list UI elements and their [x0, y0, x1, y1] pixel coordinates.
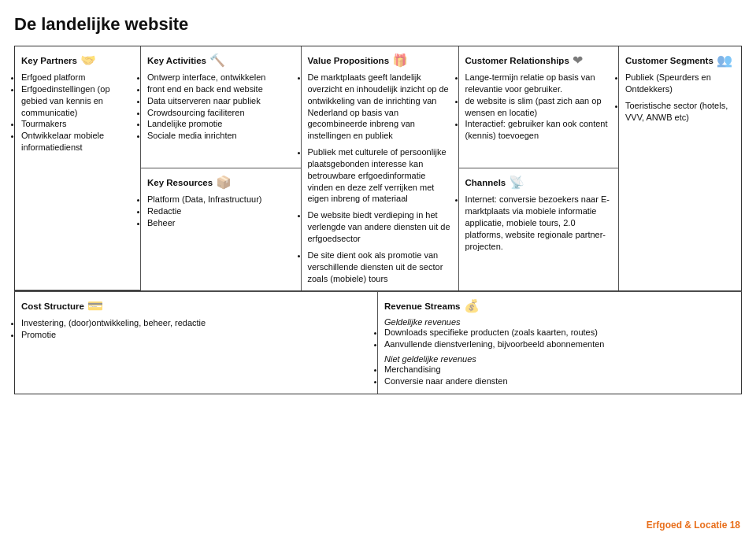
key-partners-header: Key Partners	[21, 56, 77, 65]
vp-list2: Publiek met culturele of persoonlijke pl…	[308, 146, 452, 205]
revenue-streams-cell: Revenue Streams 💰 Geldelijke revenues Do…	[378, 292, 741, 393]
cost-list: Investering, (door)ontwikkeling, beheer,…	[21, 317, 371, 341]
channels-header: Channels	[465, 178, 506, 187]
vp-list3: De website biedt verdieping in het verle…	[308, 209, 452, 245]
channels-icon: 📡	[509, 175, 524, 190]
geldelijk-label: Geldelijke revenues	[384, 317, 461, 327]
key-resources-list: Platform (Data, Infrastructuur) Redactie…	[147, 194, 295, 229]
list-item: Erfgoedinstellingen (op gebied van kenni…	[21, 83, 134, 119]
resources-icon: 📦	[216, 175, 232, 190]
list-item: Sociale media inrichten	[147, 130, 295, 142]
page-title: De landelijke website	[14, 14, 742, 35]
segments-list: Publiek (Speurders en Ontdekkers) Toeris…	[625, 72, 735, 123]
cr-list: Lange-termijn relatie op basis van relev…	[465, 72, 613, 142]
list-item: Redactie	[147, 205, 295, 217]
list-item: Erfgoed platform	[21, 72, 134, 83]
partners-icon: 🤝	[80, 53, 96, 68]
geldelijk-section: Geldelijke revenues Downloads specifieke…	[384, 317, 735, 350]
list-item: Conversie naar andere diensten	[384, 375, 735, 387]
revenue-icon: 💰	[464, 298, 480, 313]
list-item: Tourmakers	[21, 118, 134, 130]
bmc-main-grid: Key Partners 🤝 Erfgoed platform Erfgoedi…	[14, 46, 742, 291]
key-partners-list: Erfgoed platform Erfgoedinstellingen (op…	[21, 72, 134, 153]
list-item: Downloads specifieke producten (zoals ka…	[384, 327, 735, 338]
customer-segments-header: Customer Segments	[625, 56, 713, 65]
footer-text: Erfgoed & Locatie 18	[647, 520, 740, 531]
list-item: Publiek (Speurders en Ontdekkers)	[625, 72, 735, 95]
value-propositions-header: Value Propositions	[308, 56, 390, 65]
cost-icon: 💳	[87, 298, 103, 313]
list-item: Ontwerp interface, ontwikkelen	[147, 72, 295, 83]
list-item: Internet: conversie bezoekers naar E-mar…	[465, 194, 613, 252]
key-activities-header: Key Activities	[147, 56, 206, 65]
niet-geldelijk-section: Niet geldelijke revenues Merchandising C…	[384, 354, 735, 387]
niet-geldelijk-list: Merchandising Conversie naar andere dien…	[384, 364, 735, 387]
key-partners-cell: Key Partners 🤝 Erfgoed platform Erfgoedi…	[15, 46, 141, 290]
niet-geldelijk-label: Niet geldelijke revenues	[384, 354, 476, 364]
segments-icon: 👥	[717, 53, 732, 68]
cr-icon: ❤	[573, 53, 583, 68]
customer-relationships-header: Customer Relationships	[465, 56, 569, 65]
customer-relationships-cell: Customer Relationships ❤ Lange-termijn r…	[459, 46, 620, 168]
page-footer: Erfgoed & Locatie 18	[647, 520, 740, 531]
bmc-bottom-grid: Cost Structure 💳 Investering, (door)ontw…	[14, 291, 742, 394]
value-propositions-cell: Value Propositions 🎁 De marktplaats geef…	[302, 46, 459, 290]
list-item: Investering, (door)ontwikkeling, beheer,…	[21, 317, 371, 329]
list-item: De website biedt verdieping in het verle…	[308, 209, 452, 245]
list-item: Beheer	[147, 217, 295, 229]
list-item: De marktplaats geeft landelijk overzicht…	[308, 72, 452, 142]
revenue-streams-header: Revenue Streams	[384, 301, 461, 311]
list-item: Data uitserveren naar publiek	[147, 95, 295, 107]
list-item: Landelijke promotie	[147, 118, 295, 130]
page: De landelijke website Key Partners 🤝 Erf…	[0, 0, 756, 426]
list-item: Promotie	[21, 329, 371, 341]
list-item: Merchandising	[384, 364, 735, 375]
list-item: Toeristische sector (hotels, VVV, ANWB e…	[625, 100, 735, 124]
list-item: Platform (Data, Infrastructuur)	[147, 194, 295, 205]
channels-list: Internet: conversie bezoekers naar E-mar…	[465, 194, 613, 252]
activities-icon: 🔨	[209, 53, 225, 68]
cost-structure-header: Cost Structure	[21, 301, 84, 311]
key-resources-header: Key Resources	[147, 178, 213, 187]
list-item: front end en back end website	[147, 83, 295, 95]
list-item: Publiek met culturele of persoonlijke pl…	[308, 146, 452, 205]
vp-list4: De site dient ook als promotie van versc…	[308, 250, 452, 285]
list-item: Interactief: gebruiker kan ook content (…	[465, 118, 613, 142]
cost-structure-cell: Cost Structure 💳 Investering, (door)ontw…	[15, 292, 378, 393]
list-item: de website is slim (past zich aan op wen…	[465, 95, 613, 119]
key-activities-list: Ontwerp interface, ontwikkelen front end…	[147, 72, 295, 142]
list-item: Crowdsourcing faciliteren	[147, 107, 295, 119]
list-item: Lange-termijn relatie op basis van relev…	[465, 72, 613, 95]
list-item: Ontwikkelaar mobiele informatiedienst	[21, 130, 134, 153]
key-resources-cell: Key Resources 📦 Platform (Data, Infrastr…	[141, 168, 302, 290]
vp-icon: 🎁	[392, 53, 408, 68]
list-item: De site dient ook als promotie van versc…	[308, 250, 452, 285]
customer-segments-cell: Customer Segments 👥 Publiek (Speurders e…	[619, 46, 741, 290]
list-item: Aanvullende dienstverlening, bijvoorbeel…	[384, 338, 735, 350]
channels-cell: Channels 📡 Internet: conversie bezoekers…	[459, 168, 620, 290]
vp-list: De marktplaats geeft landelijk overzicht…	[308, 72, 452, 142]
key-activities-cell: Key Activities 🔨 Ontwerp interface, ontw…	[141, 46, 302, 168]
geldelijk-list: Downloads specifieke producten (zoals ka…	[384, 327, 735, 350]
